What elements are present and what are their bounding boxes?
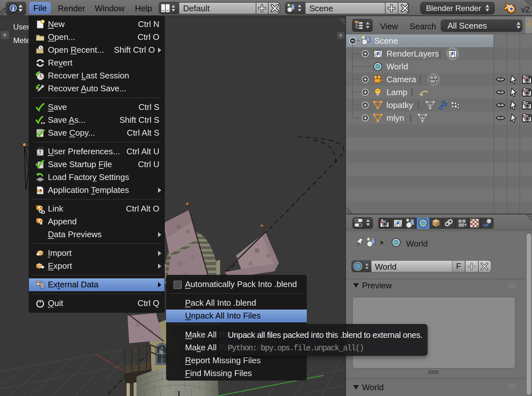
- svg-text:i: i: [12, 4, 14, 12]
